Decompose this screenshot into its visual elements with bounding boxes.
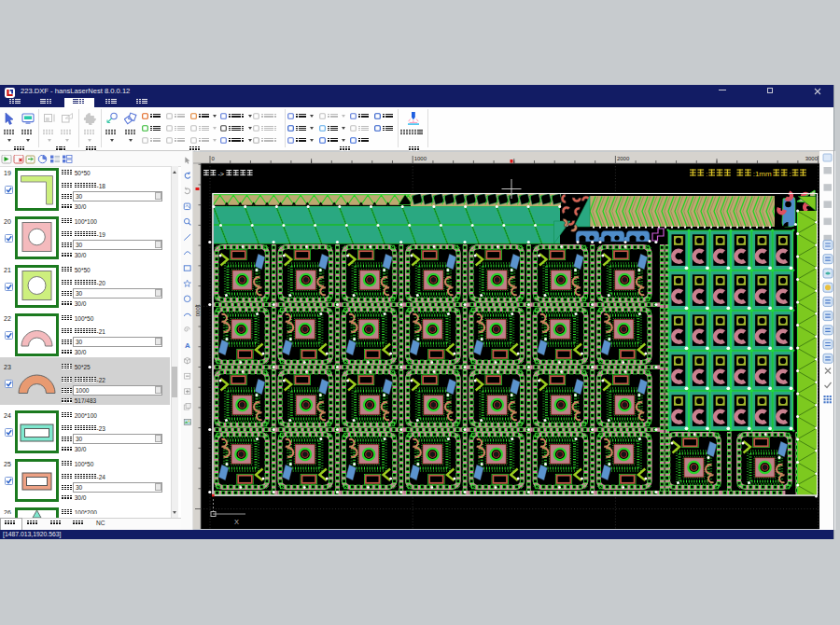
svg-text::: : [706,170,707,178]
svg-text:X: X [234,518,239,526]
svg-text:1000: 1000 [195,304,201,317]
svg-text:A: A [185,341,190,350]
svg-text:->: -> [217,170,224,178]
svg-text:1000: 1000 [414,156,427,161]
svg-text::: : [790,170,791,178]
svg-text::1mm: :1mm [753,170,772,178]
svg-text:3000: 3000 [805,156,819,161]
svg-text:2000: 2000 [617,156,630,161]
